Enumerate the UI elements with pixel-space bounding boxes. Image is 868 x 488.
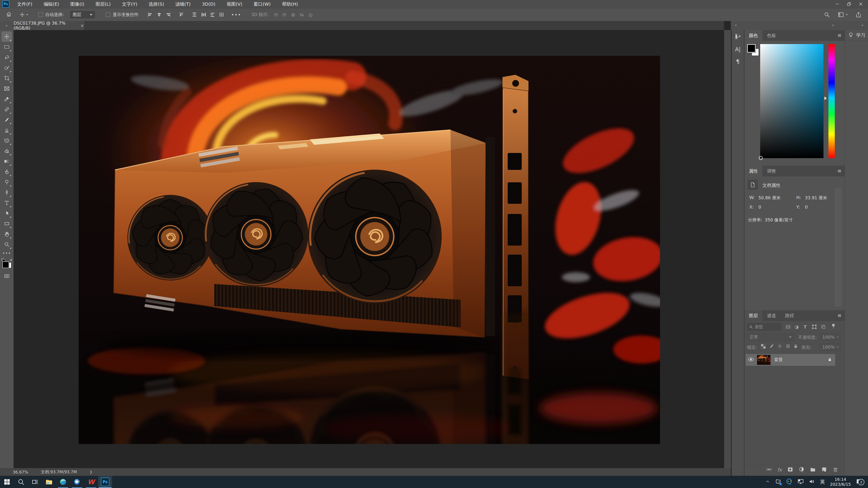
delete-layer-trash-icon[interactable]	[833, 466, 838, 473]
share-icon[interactable]	[855, 11, 862, 18]
3d-zoom-icon[interactable]: ◎	[308, 12, 313, 18]
h-value[interactable]: 33.91 厘米	[805, 195, 827, 201]
collapse-learn-icon[interactable]: «	[862, 23, 864, 27]
align-left-icon[interactable]	[147, 12, 153, 18]
lock-position-icon[interactable]	[777, 344, 782, 350]
menu-item[interactable]: 3D(D)	[196, 0, 221, 8]
tray-cast-icon[interactable]	[775, 478, 781, 486]
layer-visibility-eye-icon[interactable]	[748, 357, 754, 362]
task-view-button[interactable]	[28, 476, 42, 488]
edge-browser-button[interactable]	[56, 476, 70, 488]
smudge-tool[interactable]	[2, 166, 12, 177]
3d-rotate-icon[interactable]: ⟲	[274, 12, 278, 18]
frame-tool[interactable]	[2, 84, 12, 94]
wps-office-button[interactable]: W	[84, 476, 98, 488]
zoom-tool[interactable]	[2, 239, 12, 250]
gradient-tool[interactable]	[2, 156, 12, 166]
start-button[interactable]	[0, 476, 14, 488]
canvas-scrollbar[interactable]	[724, 30, 731, 468]
swap-colors-icon[interactable]: ⇄	[10, 258, 12, 262]
photoshop-taskbar-button[interactable]: Ps	[98, 476, 112, 488]
eyedropper-tool[interactable]	[2, 94, 12, 104]
tab-layers[interactable]: 图层	[744, 310, 763, 321]
lock-transparent-icon[interactable]	[761, 344, 766, 350]
align-center-icon[interactable]	[156, 12, 162, 18]
menu-item[interactable]: 文件(F)	[11, 0, 38, 8]
paragraph-panel-icon[interactable]: ¶	[736, 59, 739, 65]
tab-channels[interactable]: 通道	[763, 310, 780, 321]
qq-button[interactable]	[70, 476, 84, 488]
3d-slide-icon[interactable]: ⇆	[300, 12, 304, 18]
move-tool-preset[interactable]	[20, 12, 28, 18]
w-value[interactable]: 50.86 厘米	[758, 195, 780, 201]
filter-type-icon[interactable]: T	[804, 324, 807, 330]
tab-color[interactable]: 颜色	[744, 30, 763, 41]
document-tab[interactable]: DSC01738.JPG @ 36.7%(RGB/8) ×	[13, 21, 84, 30]
collapse-panels-icon[interactable]: »	[832, 23, 834, 27]
menu-item[interactable]: 帮助(H)	[276, 0, 304, 8]
color-saturation-field[interactable]	[760, 44, 824, 158]
3d-roll-icon[interactable]: ⟳	[282, 12, 286, 18]
rectangular-marquee-tool[interactable]	[2, 42, 12, 52]
workspace-switcher[interactable]	[838, 11, 848, 18]
color-fg-bg-widget[interactable]	[747, 44, 760, 57]
layer-style-fx-icon[interactable]: fx	[777, 467, 782, 473]
filter-toggle-pin-icon[interactable]	[831, 323, 836, 330]
collapse-strip-icon[interactable]: «	[735, 23, 737, 27]
minimize-button[interactable]	[831, 0, 843, 8]
tab-paths[interactable]: 路径	[780, 310, 799, 321]
tray-display-icon[interactable]	[798, 478, 804, 486]
menu-item[interactable]: 图层(L)	[90, 0, 116, 8]
panel-menu-icon[interactable]: ≡	[837, 313, 842, 318]
filter-adjustment-icon[interactable]: ◑	[795, 324, 799, 330]
foreground-background-colors[interactable]: ⇄	[1, 258, 12, 269]
align-top-icon[interactable]	[179, 12, 184, 18]
rectangle-tool[interactable]	[2, 219, 12, 229]
distribute-horizontal-icon[interactable]	[219, 12, 224, 18]
pen-tool[interactable]	[2, 187, 12, 198]
restore-button[interactable]	[843, 0, 855, 8]
ime-indicator[interactable]: 英	[820, 479, 825, 485]
tab-swatches[interactable]: 色板	[763, 30, 780, 41]
move-tool[interactable]	[2, 31, 12, 42]
object-selection-tool[interactable]	[2, 63, 12, 73]
menu-item[interactable]: 编辑(E)	[38, 0, 65, 8]
quick-mask-icon[interactable]	[2, 271, 12, 281]
show-transform-checkbox[interactable]	[106, 12, 110, 17]
eraser-tool[interactable]	[2, 146, 12, 156]
x-value[interactable]: 0	[758, 204, 761, 209]
adjustment-layer-icon[interactable]	[799, 466, 804, 473]
new-group-folder-icon[interactable]	[810, 466, 816, 473]
fill-field[interactable]: 100%	[820, 343, 841, 351]
zoom-level-field[interactable]: 36.67%	[13, 470, 28, 475]
y-value[interactable]: 0	[805, 204, 808, 209]
taskbar-search-button[interactable]	[14, 476, 28, 488]
brush-tool[interactable]	[2, 115, 12, 125]
spot-healing-brush-tool[interactable]	[2, 104, 12, 115]
layer-thumbnail[interactable]	[757, 355, 771, 365]
horizontal-type-tool[interactable]	[2, 198, 12, 208]
history-brush-tool[interactable]	[2, 135, 12, 146]
taskbar-clock[interactable]: 16:14 2023/6/15	[830, 477, 851, 487]
properties-scrollbar[interactable]	[835, 188, 842, 306]
lock-artboard-icon[interactable]	[785, 344, 790, 350]
edit-toolbar-icon[interactable]: •••	[2, 250, 12, 256]
menu-item[interactable]: 文字(Y)	[116, 0, 143, 8]
lasso-tool[interactable]	[2, 52, 12, 63]
menu-item[interactable]: 选择(S)	[143, 0, 169, 8]
home-icon[interactable]	[6, 11, 12, 18]
document-image[interactable]	[79, 56, 660, 444]
dodge-tool[interactable]	[2, 177, 12, 187]
menu-item[interactable]: 视图(V)	[221, 0, 248, 8]
lock-all-icon[interactable]	[793, 344, 798, 350]
tab-properties[interactable]: 属性	[744, 166, 763, 176]
notification-center-button[interactable]: 2	[856, 478, 863, 486]
history-panel-icon[interactable]	[735, 33, 741, 40]
character-panel-icon[interactable]: A|	[735, 46, 741, 53]
hue-slider-marker[interactable]	[825, 96, 827, 100]
hue-strip[interactable]	[829, 44, 835, 158]
distribute-bottom-icon[interactable]	[210, 12, 215, 18]
tab-adjustments[interactable]: 调整	[763, 166, 780, 176]
status-chevron-icon[interactable]: ❯	[90, 470, 92, 474]
layer-filter-field[interactable]: 类型	[747, 323, 781, 331]
